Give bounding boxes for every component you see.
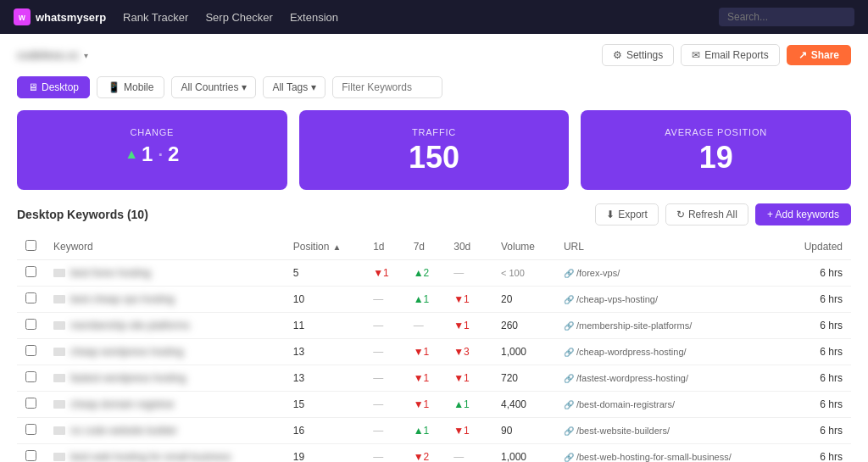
change-up: ▲1	[453, 398, 470, 410]
row-checkbox[interactable]	[25, 371, 36, 382]
flag-icon	[53, 426, 65, 435]
nav-extension[interactable]: Extension	[290, 8, 338, 27]
col-position[interactable]: Position ▲	[285, 234, 364, 260]
position-value: 10	[285, 287, 364, 313]
export-button[interactable]: ⬇ Export	[595, 203, 659, 225]
row-checkbox-cell[interactable]	[17, 260, 45, 287]
keyword-text: best web hosting for small business	[70, 451, 231, 462]
keywords-filter-input[interactable]	[332, 76, 442, 98]
row-checkbox-cell[interactable]	[17, 418, 45, 444]
row-checkbox[interactable]	[25, 398, 36, 409]
row-checkbox-cell[interactable]	[17, 339, 45, 365]
email-reports-button[interactable]: ✉ Email Reports	[681, 44, 779, 66]
change-neutral: —	[373, 346, 383, 358]
change-down: ▼1	[453, 293, 470, 305]
desktop-tab[interactable]: 🖥 Desktop	[17, 76, 90, 98]
table-row: no code website builder 16 — ▲1 ▼1 90 🔗 …	[17, 418, 851, 444]
tags-filter[interactable]: All Tags ▾	[263, 76, 326, 98]
url-cell[interactable]: 🔗 /cheap-vps-hosting/	[555, 287, 782, 313]
link-icon: 🔗	[564, 295, 574, 304]
nav-search-input[interactable]	[719, 8, 854, 26]
url-cell[interactable]: 🔗 /forex-vps/	[555, 260, 782, 287]
keyword-text: membership site platforms	[70, 320, 190, 331]
7d-change: ▼1	[405, 392, 446, 418]
url-text: /forex-vps/	[576, 268, 620, 278]
share-button[interactable]: ↗ Share	[787, 45, 851, 65]
change-down: ▼1	[453, 320, 470, 331]
settings-button[interactable]: ⚙ Settings	[602, 44, 674, 66]
flag-icon	[53, 269, 65, 277]
domain-name[interactable]: codeless.cc ▾	[17, 48, 88, 62]
keywords-header: Desktop Keywords (10) ⬇ Export ↻ Refresh…	[17, 203, 851, 225]
url-cell[interactable]: 🔗 /best-domain-registrars/	[555, 392, 782, 418]
add-keywords-button[interactable]: + Add keywords	[755, 203, 851, 225]
row-checkbox-cell[interactable]	[17, 365, 45, 392]
url-cell[interactable]: 🔗 /cheap-wordpress-hosting/	[555, 339, 782, 365]
volume-value: 260	[492, 313, 555, 339]
row-checkbox[interactable]	[25, 292, 36, 303]
updated-value: 6 hrs	[782, 287, 851, 313]
gear-icon: ⚙	[613, 49, 622, 61]
30d-change: ▲1	[445, 392, 492, 418]
nav-serp-checker[interactable]: Serp Checker	[205, 8, 272, 27]
change-dot: ·	[158, 145, 163, 164]
keyword-cell: fastest wordpress hosting	[45, 365, 285, 392]
row-checkbox-cell[interactable]	[17, 313, 45, 339]
change-down: ▼1	[414, 398, 430, 410]
url-text: /best-domain-registrars/	[576, 399, 675, 409]
volume-value: 1,000	[492, 339, 555, 365]
col-url: URL	[555, 234, 782, 260]
change-neutral: —	[373, 320, 383, 331]
1d-change: —	[364, 287, 405, 313]
row-checkbox[interactable]	[25, 266, 36, 277]
30d-change: —	[445, 444, 492, 463]
stats-row: CHANGE ▲ 1 · 2 TRAFFIC 150 AVERAGE POSIT…	[17, 110, 851, 190]
updated-value: 6 hrs	[782, 339, 851, 365]
top-nav: w whatsmyserp Rank Tracker Serp Checker …	[0, 0, 868, 34]
row-checkbox[interactable]	[25, 345, 36, 356]
7d-change: ▲1	[405, 418, 446, 444]
refresh-all-button[interactable]: ↻ Refresh All	[665, 203, 748, 225]
url-cell[interactable]: 🔗 /best-website-builders/	[555, 418, 782, 444]
row-checkbox[interactable]	[25, 319, 36, 330]
mobile-tab[interactable]: 📱 Mobile	[97, 76, 164, 98]
avg-pos-value: 19	[601, 142, 831, 173]
table-row: membership site platforms 11 — — ▼1 260 …	[17, 313, 851, 339]
table-row: best web hosting for small business 19 —…	[17, 444, 851, 463]
7d-change: ▲1	[405, 287, 446, 313]
change-neutral: —	[414, 320, 424, 331]
row-checkbox-cell[interactable]	[17, 392, 45, 418]
logo[interactable]: w whatsmyserp	[14, 8, 106, 25]
keyword-cell: membership site platforms	[45, 313, 285, 339]
row-checkbox-cell[interactable]	[17, 287, 45, 313]
30d-change: ▼1	[445, 418, 492, 444]
avg-pos-label: AVERAGE POSITION	[601, 127, 831, 137]
countries-filter[interactable]: All Countries ▾	[171, 76, 256, 98]
url-cell[interactable]: 🔗 /best-web-hosting-for-small-business/	[555, 444, 782, 463]
nav-rank-tracker[interactable]: Rank Tracker	[123, 8, 188, 27]
flag-icon	[53, 400, 65, 409]
select-all-checkbox[interactable]	[25, 240, 36, 251]
row-checkbox[interactable]	[25, 424, 36, 435]
position-value: 15	[285, 392, 364, 418]
row-checkbox[interactable]	[25, 450, 36, 461]
traffic-label: TRAFFIC	[320, 127, 549, 137]
change-down: ▼2	[414, 451, 430, 462]
keyword-text: cheap domain registrar	[70, 398, 175, 410]
table-row: cheap domain registrar 15 — ▼1 ▲1 4,400 …	[17, 392, 851, 418]
keyword-text: best forex hosting	[70, 267, 151, 279]
change-label: CHANGE	[37, 127, 267, 137]
table-row: cheap wordpress hosting 13 — ▼1 ▼3 1,000…	[17, 339, 851, 365]
position-value: 16	[285, 418, 364, 444]
domain-row: codeless.cc ▾ ⚙ Settings ✉ Email Reports…	[17, 44, 851, 66]
url-text: /best-website-builders/	[576, 426, 670, 436]
row-checkbox-cell[interactable]	[17, 444, 45, 463]
traffic-card: TRAFFIC 150	[299, 110, 570, 190]
share-icon: ↗	[798, 49, 807, 61]
flag-icon	[53, 453, 65, 461]
30d-change: —	[445, 260, 492, 287]
desktop-icon: 🖥	[28, 81, 38, 93]
url-cell[interactable]: 🔗 /membership-site-platforms/	[555, 313, 782, 339]
change-neutral: —	[373, 398, 383, 410]
url-cell[interactable]: 🔗 /fastest-wordpress-hosting/	[555, 365, 782, 392]
